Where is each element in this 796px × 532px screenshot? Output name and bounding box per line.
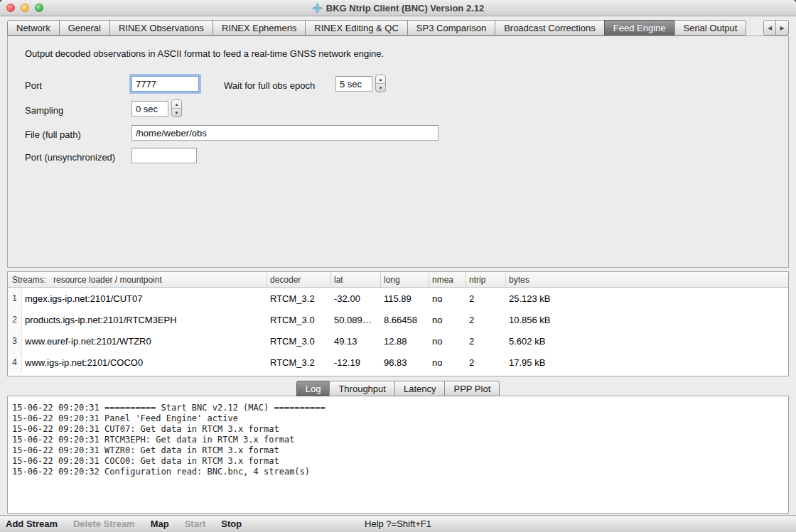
header-lat: lat (331, 272, 381, 287)
log-line: 15-06-22 09:20:31 WTZR0: Get data in RTC… (12, 445, 784, 456)
wait-epoch-label: Wait for full obs epoch (224, 80, 315, 91)
sampling-stepper[interactable]: ▲ ▼ (171, 99, 182, 117)
header-bytes: bytes (506, 272, 788, 287)
log-line: 15-06-22 09:20:32 Configuration read: BN… (12, 467, 784, 477)
tab-scroll-right-button[interactable]: ▶ (776, 20, 789, 36)
close-window-button[interactable] (6, 4, 15, 12)
port-input[interactable] (131, 76, 199, 92)
tab-network[interactable]: Network (7, 20, 59, 36)
streams-table: Streams: resource loader / mountpoint de… (7, 271, 789, 376)
chevron-left-icon: ◀ (768, 25, 772, 31)
cell-nmea: no (429, 309, 466, 330)
cell-long: 96.83 (381, 352, 429, 373)
tab-scroll-left-button[interactable]: ◀ (763, 20, 776, 36)
tab-broadcast-corrections[interactable]: Broadcast Corrections (495, 20, 604, 36)
tab-general[interactable]: General (59, 20, 109, 36)
cell-mountpoint: www.igs-ip.net:2101/COCO0 (22, 352, 267, 373)
log-line: 15-06-22 09:20:31 Panel 'Feed Engine' ac… (12, 413, 784, 424)
tab-rinex-ephemeris[interactable]: RINEX Ephemeris (213, 20, 305, 36)
header-decoder: decoder (267, 272, 331, 287)
wait-epoch-stepper[interactable]: ▲ ▼ (375, 75, 386, 92)
cell-mountpoint: products.igs-ip.net:2101/RTCM3EPH (22, 309, 267, 330)
header-nmea: nmea (429, 272, 466, 287)
log-line: 15-06-22 09:20:31 RTCM3EPH: Get data in … (12, 435, 784, 445)
chevron-right-icon: ▶ (780, 25, 784, 31)
cell-ntrip: 2 (466, 352, 506, 373)
cell-bytes: 5.602 kB (506, 330, 788, 352)
streams-table-header: Streams: resource loader / mountpoint de… (8, 272, 788, 288)
bnc-app-icon (312, 3, 323, 13)
tab-latency[interactable]: Latency (394, 381, 445, 396)
port-label: Port (25, 80, 42, 91)
row-number: 4 (8, 352, 22, 373)
cell-ntrip: 2 (466, 330, 506, 352)
window-controls (6, 4, 43, 12)
cell-bytes: 17.95 kB (506, 352, 788, 373)
wait-epoch-input[interactable] (335, 76, 372, 92)
row-number: 3 (8, 330, 22, 352)
sampling-input[interactable] (131, 101, 168, 116)
cell-bytes: 10.856 kB (506, 309, 788, 330)
row-number: 1 (8, 288, 22, 309)
cell-long: 115.89 (381, 288, 429, 309)
file-path-label: File (full path) (25, 129, 81, 140)
feed-engine-panel: Output decoded observations in ASCII for… (7, 36, 789, 268)
stepper-down-icon[interactable]: ▼ (172, 109, 181, 116)
tab-rinex-editing-qc[interactable]: RINEX Editing & QC (305, 20, 407, 36)
file-path-input[interactable] (131, 125, 439, 141)
minimize-window-button[interactable] (21, 4, 29, 12)
cell-mountpoint: mgex.igs-ip.net:2101/CUT07 (22, 288, 267, 309)
table-row[interactable]: 3 www.euref-ip.net:2101/WTZR0 RTCM_3.0 4… (8, 330, 788, 352)
bottom-toolbar: Help ?=Shift+F1 Add Stream Delete Stream… (0, 515, 796, 532)
bottom-tabbar: Log Throughput Latency PPP Plot (7, 381, 789, 396)
titlebar: BKG Ntrip Client (BNC) Version 2.12 (0, 0, 796, 16)
cell-bytes: 25.123 kB (506, 288, 788, 309)
stepper-down-icon[interactable]: ▼ (376, 84, 385, 92)
cell-lat: 49.13 (331, 330, 381, 352)
main-tabbar: Network General RINEX Observations RINEX… (0, 16, 796, 36)
table-row[interactable]: 1 mgex.igs-ip.net:2101/CUT07 RTCM_3.2 -3… (8, 288, 788, 309)
log-line: 15-06-22 09:20:31 ========== Start BNC v… (12, 403, 784, 413)
window-title: BKG Ntrip Client (BNC) Version 2.12 (326, 3, 484, 13)
port-unsync-label: Port (unsynchronized) (25, 152, 115, 163)
table-row[interactable]: 4 www.igs-ip.net:2101/COCO0 RTCM_3.2 -12… (8, 352, 788, 373)
cell-nmea: no (429, 330, 466, 352)
cell-lat: -32.00 (331, 288, 381, 309)
table-row[interactable]: 2 products.igs-ip.net:2101/RTCM3EPH RTCM… (8, 309, 788, 330)
header-mountpoint: Streams: resource loader / mountpoint (8, 272, 267, 287)
cell-decoder: RTCM_3.2 (267, 288, 331, 309)
cell-ntrip: 2 (466, 309, 506, 330)
row-number: 2 (8, 309, 22, 330)
cell-lat: -12.19 (331, 352, 381, 373)
cell-nmea: no (429, 288, 466, 309)
tab-scroll-buttons: ◀ ▶ (763, 20, 789, 36)
cell-lat: 50.089… (331, 309, 381, 330)
stepper-up-icon[interactable]: ▲ (376, 75, 385, 84)
cell-nmea: no (429, 352, 466, 373)
title-wrap: BKG Ntrip Client (BNC) Version 2.12 (312, 3, 484, 13)
stepper-up-icon[interactable]: ▲ (172, 100, 181, 109)
tab-rinex-observations[interactable]: RINEX Observations (109, 20, 213, 36)
log-view[interactable]: 15-06-22 09:20:31 ========== Start BNC v… (7, 396, 789, 514)
header-ntrip: ntrip (466, 272, 506, 287)
panel-description: Output decoded observations in ASCII for… (25, 48, 384, 59)
log-line: 15-06-22 09:20:31 COCO0: Get data in RTC… (12, 456, 784, 467)
zoom-window-button[interactable] (35, 4, 43, 12)
tab-sp3-comparison[interactable]: SP3 Comparison (407, 20, 495, 36)
header-long: long (381, 272, 429, 287)
tab-serial-output[interactable]: Serial Output (674, 20, 747, 36)
log-line: 15-06-22 09:20:31 CUT07: Get data in RTC… (12, 424, 784, 435)
cell-mountpoint: www.euref-ip.net:2101/WTZR0 (22, 330, 267, 352)
bottom-panel: Log Throughput Latency PPP Plot 15-06-22… (7, 381, 789, 514)
cell-ntrip: 2 (466, 288, 506, 309)
cell-decoder: RTCM_3.2 (267, 352, 331, 373)
tab-log[interactable]: Log (296, 381, 330, 396)
cell-decoder: RTCM_3.0 (267, 330, 331, 352)
tab-throughput[interactable]: Throughput (329, 381, 394, 396)
port-unsync-input[interactable] (131, 148, 197, 163)
tab-feed-engine[interactable]: Feed Engine (604, 20, 674, 36)
bnc-window: BKG Ntrip Client (BNC) Version 2.12 Netw… (0, 0, 796, 532)
sampling-label: Sampling (25, 105, 63, 116)
help-shortcut-label: Help ?=Shift+F1 (0, 519, 796, 529)
tab-ppp-plot[interactable]: PPP Plot (444, 381, 500, 396)
